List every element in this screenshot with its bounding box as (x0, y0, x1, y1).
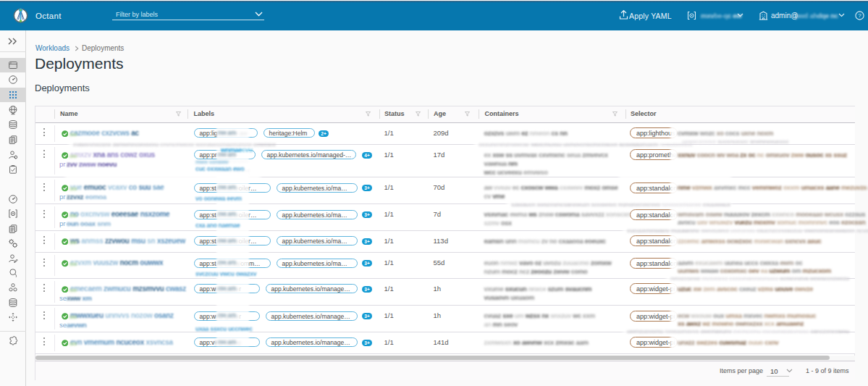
svg-text:?: ? (858, 12, 861, 19)
